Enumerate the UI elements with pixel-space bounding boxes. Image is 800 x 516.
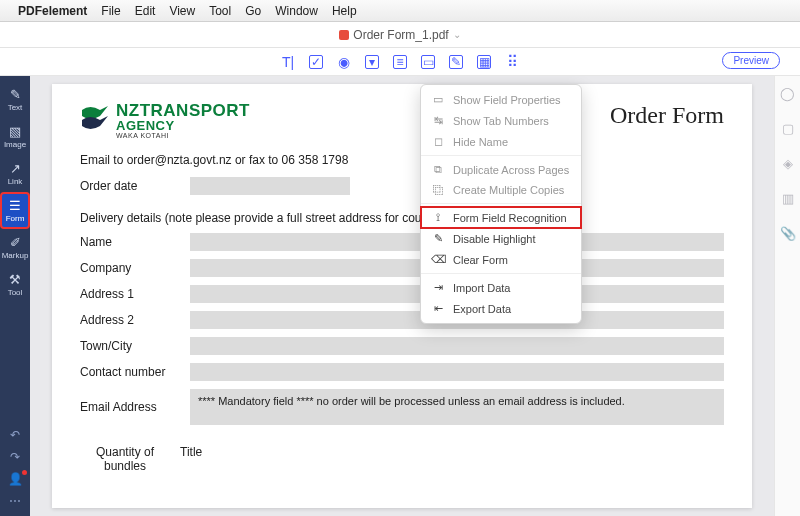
sidebar-label: Tool: [8, 288, 23, 297]
form-more-dropdown: ▭Show Field Properties ↹Show Tab Numbers…: [420, 84, 582, 324]
sidebar-label: Link: [8, 177, 23, 186]
dropdown-separator: [421, 203, 581, 204]
button-tool-icon[interactable]: ▭: [421, 55, 435, 69]
redo-icon[interactable]: ↷: [10, 450, 20, 464]
address1-label: Address 1: [80, 287, 190, 301]
sidebar-item-image[interactable]: ▧Image: [1, 119, 29, 154]
menubar-window[interactable]: Window: [275, 4, 318, 18]
menubar-tool[interactable]: Tool: [209, 4, 231, 18]
form-toolbar: T| ✓ ◉ ▾ ≡ ▭ ✎ ▦ ⠿ Preview: [0, 48, 800, 76]
menubar-app[interactable]: PDFelement: [18, 4, 87, 18]
main-area: ✎Text ▧Image ↗Link ☰Form ✐Markup ⚒Tool ↶…: [0, 76, 800, 516]
dropdown-separator: [421, 155, 581, 156]
hide-name-icon: ◻: [431, 135, 445, 148]
address2-label: Address 2: [80, 313, 190, 327]
copies-icon: ⿻: [431, 184, 445, 196]
chevron-down-icon[interactable]: ⌄: [453, 29, 461, 40]
sidebar-item-markup[interactable]: ✐Markup: [1, 230, 29, 265]
tab-numbers-icon: ↹: [431, 114, 445, 127]
contact-field[interactable]: [190, 363, 724, 381]
email-field[interactable]: **** Mandatory field **** no order will …: [190, 389, 724, 425]
sidebar-item-link[interactable]: ↗Link: [1, 156, 29, 191]
sidebar-item-tool[interactable]: ⚒Tool: [1, 267, 29, 302]
contact-label: Contact number: [80, 365, 190, 379]
document-name: Order Form_1.pdf: [353, 28, 448, 42]
dd-hide-name[interactable]: ◻Hide Name: [421, 131, 581, 152]
checkbox-tool-icon[interactable]: ✓: [309, 55, 323, 69]
page-title: Order Form: [610, 102, 724, 129]
sidebar-item-form[interactable]: ☰Form: [1, 193, 29, 228]
preview-button[interactable]: Preview: [722, 52, 780, 69]
dd-clear-form[interactable]: ⌫Clear Form: [421, 249, 581, 270]
company-label: Company: [80, 261, 190, 275]
sidebar-label: Form: [6, 214, 25, 223]
panel-icon-2[interactable]: ▢: [782, 121, 794, 136]
pdf-page: NZTRANSPORT AGENCY WAKA KOTAHI Order For…: [52, 84, 752, 508]
form-icon: ☰: [1, 198, 29, 213]
menubar-go[interactable]: Go: [245, 4, 261, 18]
delivery-heading: Delivery details (note please provide a …: [80, 211, 724, 225]
sidebar-label: Text: [8, 103, 23, 112]
recognition-icon: ⟟: [431, 211, 445, 224]
markup-icon: ✐: [1, 235, 29, 250]
email-label: Email Address: [80, 400, 190, 414]
image-icon: ▧: [1, 124, 29, 139]
document-title[interactable]: Order Form_1.pdf ⌄: [339, 28, 460, 42]
combobox-tool-icon[interactable]: ▾: [365, 55, 379, 69]
title-col-header: Title: [180, 445, 202, 473]
document-viewport[interactable]: NZTRANSPORT AGENCY WAKA KOTAHI Order For…: [30, 76, 774, 516]
bookmark-icon[interactable]: ◈: [783, 156, 793, 171]
dd-create-multiple-copies[interactable]: ⿻Create Multiple Copies: [421, 180, 581, 200]
sidebar-more-icon[interactable]: ⋯: [9, 494, 21, 508]
radio-tool-icon[interactable]: ◉: [337, 55, 351, 69]
more-tools-icon[interactable]: ⠿: [505, 55, 519, 69]
sidebar-item-text[interactable]: ✎Text: [1, 82, 29, 117]
dd-duplicate-across-pages[interactable]: ⧉Duplicate Across Pages: [421, 159, 581, 180]
dd-show-tab-numbers[interactable]: ↹Show Tab Numbers: [421, 110, 581, 131]
tool-icon: ⚒: [1, 272, 29, 287]
attachment-icon[interactable]: 📎: [780, 226, 796, 241]
window-titlebar: Order Form_1.pdf ⌄: [0, 22, 800, 48]
link-icon: ↗: [1, 161, 29, 176]
name-label: Name: [80, 235, 190, 249]
image-field-tool-icon[interactable]: ▦: [477, 55, 491, 69]
thumbnail-icon[interactable]: ▥: [782, 191, 794, 206]
undo-icon[interactable]: ↶: [10, 428, 20, 442]
logo-line1: NZTRANSPORT: [116, 102, 250, 119]
sidebar-left: ✎Text ▧Image ↗Link ☰Form ✐Markup ⚒Tool ↶…: [0, 76, 30, 516]
signature-tool-icon[interactable]: ✎: [449, 55, 463, 69]
menubar-edit[interactable]: Edit: [135, 4, 156, 18]
order-date-field[interactable]: [190, 177, 350, 195]
sidebar-right: ◯ ▢ ◈ ▥ 📎: [774, 76, 800, 516]
dd-form-field-recognition[interactable]: ⟟Form Field Recognition: [421, 207, 581, 228]
properties-icon: ▭: [431, 93, 445, 106]
text-field-tool-icon[interactable]: T|: [281, 55, 295, 69]
dropdown-separator: [421, 273, 581, 274]
listbox-tool-icon[interactable]: ≡: [393, 55, 407, 69]
menubar-help[interactable]: Help: [332, 4, 357, 18]
town-label: Town/City: [80, 339, 190, 353]
import-icon: ⇥: [431, 281, 445, 294]
dd-import-data[interactable]: ⇥Import Data: [421, 277, 581, 298]
email-line: Email to order@nzta.govt.nz or fax to 06…: [80, 153, 724, 167]
highlight-icon: ✎: [431, 232, 445, 245]
text-icon: ✎: [1, 87, 29, 102]
order-date-label: Order date: [80, 179, 190, 193]
sidebar-label: Markup: [2, 251, 29, 260]
town-field[interactable]: [190, 337, 724, 355]
duplicate-icon: ⧉: [431, 163, 445, 176]
menubar-file[interactable]: File: [101, 4, 120, 18]
clear-icon: ⌫: [431, 253, 445, 266]
quantity-col-header: Quantity of bundles: [80, 445, 170, 473]
logo-mark-icon: [80, 102, 110, 134]
panel-icon-1[interactable]: ◯: [780, 86, 795, 101]
dd-export-data[interactable]: ⇤Export Data: [421, 298, 581, 319]
dd-disable-highlight[interactable]: ✎Disable Highlight: [421, 228, 581, 249]
nzta-logo: NZTRANSPORT AGENCY WAKA KOTAHI: [80, 102, 250, 139]
menubar-view[interactable]: View: [169, 4, 195, 18]
mac-menubar: PDFelement File Edit View Tool Go Window…: [0, 0, 800, 22]
logo-line3: WAKA KOTAHI: [116, 132, 250, 139]
user-icon[interactable]: 👤: [8, 472, 23, 486]
dd-show-field-properties[interactable]: ▭Show Field Properties: [421, 89, 581, 110]
logo-line2: AGENCY: [116, 119, 250, 132]
